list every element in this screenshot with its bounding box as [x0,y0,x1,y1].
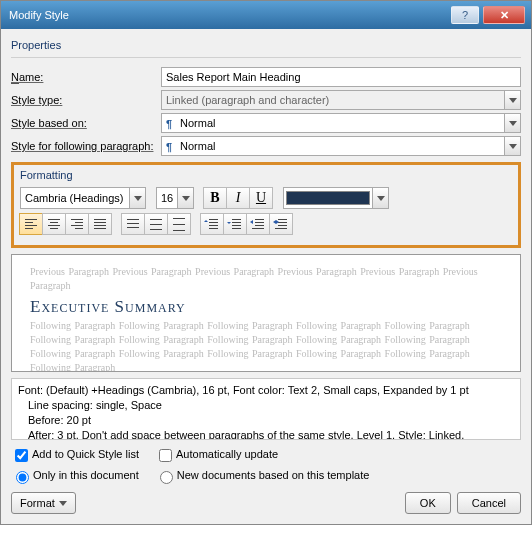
underline-button[interactable]: U [249,187,273,209]
name-label: Name: [11,71,161,83]
based-on-label: Style based on: [11,117,161,129]
size-dropdown-btn[interactable] [178,187,194,209]
spacing-1-button[interactable] [121,213,145,235]
ok-button[interactable]: OK [405,492,451,514]
based-on-dropdown-btn[interactable] [505,113,521,133]
spacing-2-button[interactable] [167,213,191,235]
size-combo[interactable]: 16 [156,187,194,209]
style-type-dropdown-btn [505,90,521,110]
font-dropdown-btn[interactable] [130,187,146,209]
preview-sample-text: Executive Summary [30,297,502,317]
font-combo[interactable]: Cambria (Headings) [20,187,146,209]
formatting-highlight: Formatting Cambria (Headings) 16 B I U [11,162,521,248]
following-dropdown-btn[interactable] [505,136,521,156]
window-title: Modify Style [9,9,447,21]
quick-style-checkbox[interactable]: Add to Quick Style list [11,446,139,465]
style-type-label: Style type: [11,94,161,106]
italic-button[interactable]: I [226,187,250,209]
align-right-button[interactable] [65,213,89,235]
modify-style-dialog: Modify Style ? ✕ Properties Name: Style … [0,0,532,525]
color-dropdown-btn[interactable] [373,187,389,209]
following-label: Style for following paragraph: [11,140,161,152]
formatting-group-label: Formatting [20,169,512,181]
preview-previous: Previous Paragraph Previous Paragraph Pr… [30,265,502,293]
spacing-15-button[interactable] [144,213,168,235]
align-left-button[interactable] [19,213,43,235]
preview-pane: Previous Paragraph Previous Paragraph Pr… [11,254,521,372]
close-button[interactable]: ✕ [483,6,525,24]
format-button[interactable]: Format [11,492,76,514]
auto-update-checkbox[interactable]: Automatically update [155,446,278,465]
style-description: Font: (Default) +Headings (Cambria), 16 … [11,378,521,440]
name-input[interactable] [161,67,521,87]
new-docs-radio[interactable]: New documents based on this template [155,468,370,484]
indent-inc-button[interactable] [269,213,293,235]
align-justify-button[interactable] [88,213,112,235]
font-color-dropdown[interactable] [283,187,389,209]
properties-group-label: Properties [11,39,521,51]
style-type-dropdown: Linked (paragraph and character) [161,90,505,110]
cancel-button[interactable]: Cancel [457,492,521,514]
preview-following: Following Paragraph Following Paragraph … [30,319,502,372]
bold-button[interactable]: B [203,187,227,209]
titlebar: Modify Style ? ✕ [1,1,531,29]
space-before-inc-button[interactable] [200,213,224,235]
only-this-doc-radio[interactable]: Only in this document [11,468,139,484]
based-on-dropdown[interactable]: ¶Normal [161,113,505,133]
space-before-dec-button[interactable] [223,213,247,235]
color-swatch [286,191,370,205]
indent-dec-button[interactable] [246,213,270,235]
help-button[interactable]: ? [451,6,479,24]
following-dropdown[interactable]: ¶Normal [161,136,505,156]
align-center-button[interactable] [42,213,66,235]
